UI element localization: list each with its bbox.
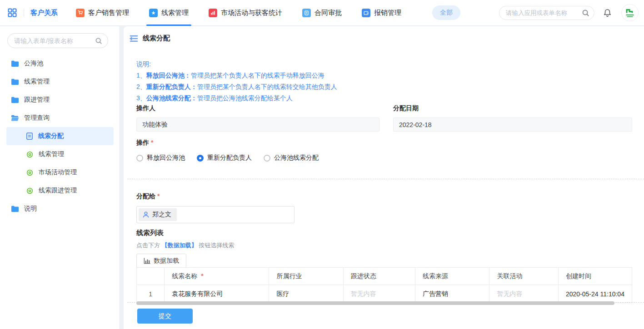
person-icon (142, 211, 150, 218)
target-circle-icon (26, 187, 33, 194)
nav-divider (24, 9, 24, 17)
data-load-label: 数据加载 (154, 257, 179, 265)
apps-grid-icon[interactable] (7, 8, 17, 18)
folder-icon (11, 79, 19, 85)
cell-created-at: 2020-05-24 11:10:04 (558, 285, 632, 303)
table-row[interactable]: 1 袁花服务有限公司 医疗 暂无内容 广告营销 暂无内容 2020-05-24 … (137, 285, 632, 303)
cell-row-number: 1 (137, 285, 165, 303)
tab-customer-sales[interactable]: 客户销售管理 (76, 0, 129, 26)
col-lead-source: 线索来源 (415, 268, 489, 285)
form-row: 操作人 功能体验 分配日期 2022-02-18 (136, 104, 632, 132)
note-line: 1、释放回公海池：管理员把某个负责人名下的线索手动释放回公海 (136, 70, 337, 81)
operator-field: 操作人 功能体验 (136, 104, 379, 132)
sidebar-item-instructions[interactable]: 说明 (0, 200, 119, 218)
note-line: 2、重新分配负责人：管理员把某个负责人名下的线索转交给其他负责人 (136, 81, 337, 93)
assign-date-field: 分配日期 2022-02-18 (393, 104, 632, 132)
all-filter-pill[interactable]: 全部 (432, 5, 460, 20)
document-icon (302, 9, 311, 17)
sidebar-item-label: 公海池 (24, 59, 43, 68)
tab-label: 客户销售管理 (88, 9, 129, 17)
top-nav: 客户关系 客户销售管理 ★ 线索管理 市场活动与获客统计 (0, 0, 644, 26)
cell-lead-source: 广告营销 (415, 285, 489, 303)
sidebar-item-lead-management[interactable]: 线索管理 (0, 73, 119, 91)
operation-field: 操作* 释放回公海池 重新分配负责人 公海池线索分配 (136, 139, 330, 162)
radio-release-to-pool[interactable]: 释放回公海池 (136, 154, 185, 162)
folder-icon (11, 60, 19, 67)
col-created-at: 创建时间 (558, 268, 632, 285)
sidebar-item-label: 说明 (24, 205, 37, 213)
tab-label: 市场活动与获客统计 (221, 9, 282, 17)
tab-marketing-stats[interactable]: 市场活动与获客统计 (209, 0, 282, 26)
tab-label: 合同审批 (315, 9, 342, 17)
lead-table: 线索名称 * 所属行业 跟进状态 线索来源 关联活动 创建时间 1 袁花服务有限… (136, 267, 632, 303)
main-panel: 线索分配 说明: 1、释放回公海池：管理员把某个负责人名下的线索手动释放回公海 … (124, 26, 644, 329)
app-search-box[interactable] (499, 6, 594, 20)
form-search-box[interactable] (7, 33, 108, 48)
tab-lead-management[interactable]: ★ 线索管理 (149, 0, 189, 26)
sidebar-item-label: 市场活动管理 (39, 168, 77, 177)
operator-input[interactable]: 功能体验 (136, 118, 379, 132)
sidebar-item-admin-query[interactable]: 管理查询 (0, 109, 119, 127)
operator-label: 操作人 (136, 104, 379, 113)
tab-label: 报销管理 (374, 9, 401, 17)
tab-contract-approval[interactable]: 合同审批 (302, 0, 342, 26)
col-lead-name: 线索名称 * (165, 268, 269, 285)
sidebar-item-marketing-activity-management[interactable]: 市场活动管理 (0, 163, 119, 182)
data-load-link[interactable]: 【数据加载】 (162, 242, 197, 249)
brand-title[interactable]: 客户关系 (30, 9, 58, 17)
sidebar-item-lead-followup-management[interactable]: 线索跟进管理 (0, 182, 119, 200)
assign-date-label: 分配日期 (393, 104, 632, 113)
sidebar-item-public-pool[interactable]: 公海池 (0, 54, 119, 73)
search-icon[interactable] (95, 37, 102, 44)
lead-list-section: 线索列表 点击下方 【数据加载】 按钮选择线索 数据加载 (136, 229, 632, 268)
assignee-chip[interactable]: 郑之文 (139, 208, 177, 221)
table-header-row: 线索名称 * 所属行业 跟进状态 线索来源 关联活动 创建时间 (137, 268, 632, 285)
user-avatar[interactable] (621, 4, 639, 21)
sidebar-item-followup-management[interactable]: 跟进管理 (0, 91, 119, 109)
radio-reassign-owner[interactable]: 重新分配负责人 (197, 154, 252, 162)
page-title: 线索分配 (143, 34, 170, 43)
radio-assign-from-pool[interactable]: 公海池线索分配 (264, 154, 319, 162)
cell-industry: 医疗 (269, 285, 343, 303)
operation-radio-group: 释放回公海池 重新分配负责人 公海池线索分配 (136, 154, 330, 162)
target-circle-icon (26, 151, 33, 158)
assign-to-field: 分配给* 郑之文 (136, 192, 295, 223)
target-circle-icon (26, 169, 33, 176)
notification-bell-icon[interactable] (603, 8, 612, 18)
col-row-number (137, 268, 165, 285)
assign-to-label: 分配给* (136, 192, 295, 201)
horizontal-scrollbar[interactable] (136, 301, 614, 305)
collapse-sidebar-icon[interactable] (130, 35, 138, 42)
required-mark: * (201, 272, 203, 280)
form-search-input[interactable] (14, 37, 95, 44)
cell-related-activity: 暂无内容 (489, 285, 559, 303)
app-tabs: 客户销售管理 ★ 线索管理 市场活动与获客统计 合同审批 (76, 0, 421, 26)
sidebar-item-label: 跟进管理 (24, 96, 50, 104)
assign-date-input[interactable]: 2022-02-18 (393, 118, 632, 132)
tab-expense-management[interactable]: 报销管理 (362, 0, 401, 26)
required-mark: * (157, 192, 160, 200)
stats-icon (209, 9, 217, 17)
app-search-input[interactable] (506, 10, 582, 16)
sidebar-item-lead-assignment[interactable]: 线索分配 (6, 127, 114, 145)
bar-chart-icon (144, 258, 150, 264)
tab-label: 线索管理 (161, 9, 189, 17)
submit-button[interactable]: 提交 (137, 309, 193, 324)
notes-title: 说明: (136, 59, 337, 70)
data-load-button[interactable]: 数据加载 (136, 254, 186, 268)
radio-icon (197, 155, 204, 162)
sidebar-item-lead-management-form[interactable]: 线索管理 (0, 145, 119, 163)
dashed-divider (127, 179, 644, 179)
cell-lead-name: 袁花服务有限公司 (165, 285, 269, 303)
sidebar-item-label: 线索管理 (39, 150, 64, 158)
assign-to-input[interactable]: 郑之文 (136, 206, 295, 223)
search-icon[interactable] (582, 9, 589, 17)
note-line: 3、公海池线索分配：管理员把公海池线索分配给某个人 (136, 93, 337, 104)
radio-icon (136, 155, 143, 162)
page-header: 线索分配 (130, 34, 170, 43)
sidebar-item-label: 管理查询 (24, 114, 50, 122)
lead-list-hint: 点击下方 【数据加载】 按钮选择线索 (136, 241, 632, 250)
col-related-activity: 关联活动 (489, 268, 559, 285)
assignee-name: 郑之文 (152, 211, 171, 219)
lead-list-title: 线索列表 (136, 229, 632, 237)
